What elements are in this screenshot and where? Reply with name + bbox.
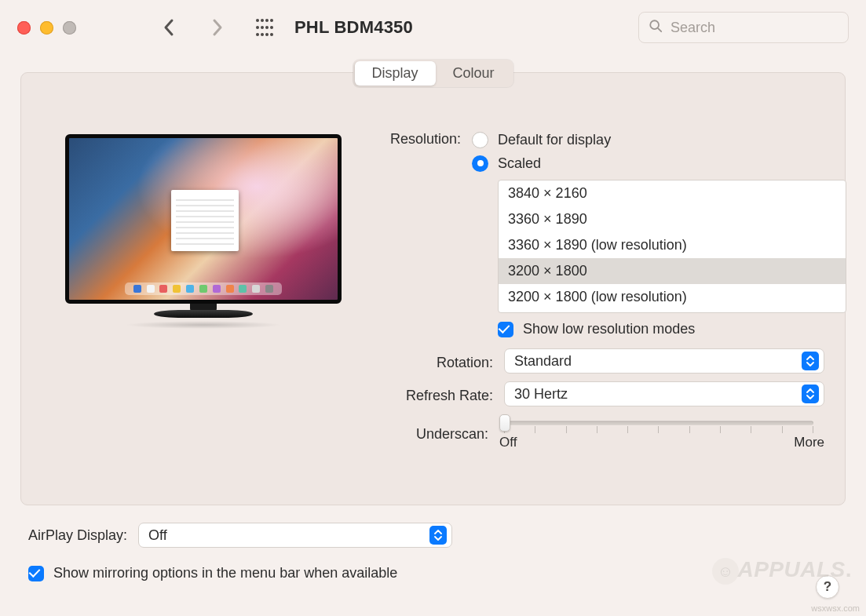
- underscan-label: Underscan:: [390, 423, 499, 443]
- select-value: Off: [148, 527, 167, 544]
- rotation-select[interactable]: Standard: [504, 348, 824, 374]
- refresh-rate-select[interactable]: 30 Hertz: [504, 381, 824, 406]
- svg-point-5: [261, 26, 264, 29]
- updown-arrows-icon: [802, 385, 819, 403]
- svg-point-10: [265, 33, 269, 36]
- svg-line-13: [658, 28, 661, 31]
- svg-point-11: [270, 33, 273, 36]
- tab-display[interactable]: Display: [354, 61, 435, 86]
- display-preview: [65, 134, 342, 329]
- resolution-default-radio[interactable]: Default for display: [472, 128, 846, 151]
- minimize-window-button[interactable]: [40, 21, 53, 35]
- checkbox-checked-icon: [28, 566, 44, 581]
- search-input[interactable]: [669, 19, 854, 37]
- rotation-label: Rotation:: [390, 352, 504, 371]
- search-field[interactable]: [638, 12, 849, 43]
- svg-point-7: [270, 26, 273, 29]
- svg-point-4: [256, 26, 259, 29]
- svg-point-1: [261, 19, 264, 22]
- zoom-window-button[interactable]: [63, 21, 76, 35]
- slider-thumb-icon[interactable]: [499, 414, 510, 432]
- underscan-slider[interactable]: [499, 414, 821, 432]
- refresh-rate-label: Refresh Rate:: [390, 385, 504, 404]
- svg-point-2: [265, 19, 269, 22]
- resolution-option-selected[interactable]: 3200 × 1800: [499, 258, 846, 284]
- close-window-button[interactable]: [17, 21, 31, 35]
- preview-dock-icon: [125, 282, 282, 295]
- window-toolbar: PHL BDM4350: [0, 0, 866, 55]
- resolution-label: Resolution:: [390, 128, 472, 148]
- display-panel: Display Colour Resolution: Default for d…: [20, 72, 846, 505]
- show-low-resolution-checkbox[interactable]: Show low resolution modes: [498, 321, 846, 337]
- svg-point-9: [261, 33, 264, 36]
- help-button[interactable]: ?: [816, 575, 839, 599]
- footer-area: AirPlay Display: Off Show mirroring opti…: [28, 523, 838, 581]
- radio-label: Scaled: [498, 155, 541, 172]
- updown-arrows-icon: [802, 352, 819, 370]
- monitor-icon: [65, 134, 342, 304]
- show-mirroring-checkbox[interactable]: Show mirroring options in the menu bar w…: [28, 565, 838, 581]
- select-value: Standard: [514, 353, 572, 370]
- preview-window-icon: [171, 190, 239, 251]
- svg-point-12: [650, 20, 659, 29]
- radio-unchecked-icon: [472, 132, 488, 148]
- svg-point-6: [265, 26, 269, 29]
- resolution-option[interactable]: 3360 × 1890: [499, 206, 846, 232]
- underscan-off-label: Off: [499, 435, 517, 450]
- svg-point-0: [256, 19, 259, 22]
- svg-point-8: [256, 33, 259, 36]
- svg-point-3: [270, 19, 273, 22]
- display-settings-form: Resolution: Default for display Scaled 3…: [390, 128, 824, 450]
- resolution-list[interactable]: 3840 × 2160 3360 × 1890 3360 × 1890 (low…: [498, 180, 846, 313]
- checkbox-label: Show low resolution modes: [523, 321, 695, 337]
- tab-bar: Display Colour: [353, 60, 513, 87]
- source-url: wsxwsx.com: [811, 603, 860, 613]
- search-icon: [649, 19, 663, 37]
- radio-checked-icon: [472, 155, 488, 172]
- back-button[interactable]: [152, 12, 186, 43]
- resolution-option[interactable]: 3200 × 1800 (low resolution): [499, 284, 846, 310]
- checkbox-label: Show mirroring options in the menu bar w…: [53, 565, 397, 581]
- underscan-more-label: More: [794, 435, 824, 450]
- forward-button[interactable]: [200, 12, 235, 43]
- resolution-scaled-radio[interactable]: Scaled: [472, 151, 846, 175]
- airplay-label: AirPlay Display:: [28, 527, 127, 544]
- resolution-option[interactable]: 3840 × 2160: [499, 180, 846, 206]
- airplay-select[interactable]: Off: [138, 523, 452, 548]
- window-controls: [17, 21, 76, 35]
- window-title: PHL BDM4350: [294, 17, 413, 38]
- updown-arrows-icon: [429, 526, 447, 545]
- radio-label: Default for display: [498, 132, 611, 148]
- resolution-option[interactable]: 3008 × 1692: [499, 310, 846, 313]
- show-all-prefs-button[interactable]: [255, 18, 274, 37]
- resolution-option[interactable]: 3360 × 1890 (low resolution): [499, 232, 846, 258]
- checkbox-checked-icon: [498, 322, 513, 337]
- tab-colour[interactable]: Colour: [436, 61, 512, 86]
- select-value: 30 Hertz: [514, 386, 568, 403]
